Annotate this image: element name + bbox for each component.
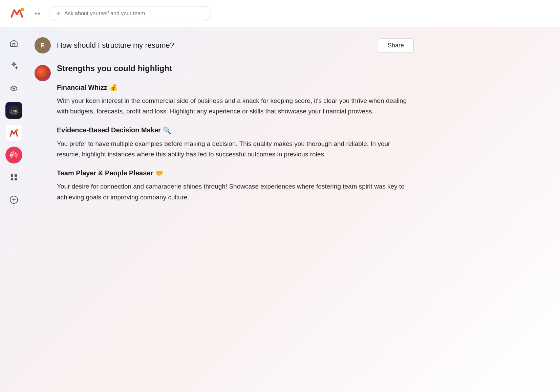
strength-section-2: Evidence-Based Decision Maker 🔍 You pref… <box>57 126 414 160</box>
app-logo <box>8 4 26 23</box>
question-row: E How should I structure my resume? Shar… <box>35 37 414 53</box>
sidebar-item-apps[interactable] <box>4 168 23 187</box>
search-input[interactable] <box>64 10 204 17</box>
response-content: Strengths you could highlight Financial … <box>57 64 414 212</box>
sidebar-item-home[interactable] <box>4 34 23 53</box>
sidebar-item-add[interactable] <box>4 190 23 209</box>
response-row: Strengths you could highlight Financial … <box>35 64 414 212</box>
strength-section-3: Team Player & People Pleaser 🤝 Your desi… <box>57 169 414 202</box>
svg-rect-7 <box>15 174 17 177</box>
strength-section-1: Financial Whizz 💰 With your keen interes… <box>57 83 414 117</box>
main-content: THE GROWING TEAM <box>0 27 560 392</box>
strength-desc-1: With your keen interest in the commercia… <box>57 95 414 117</box>
svg-text:TEAM: TEAM <box>11 113 17 115</box>
svg-rect-6 <box>11 174 13 177</box>
strength-title-2: Evidence-Based Decision Maker 🔍 <box>57 126 414 134</box>
strength-emoji-2: 🔍 <box>163 126 171 134</box>
question-text: How should I structure my resume? <box>57 41 174 50</box>
expand-sidebar-button[interactable]: ↦ <box>31 7 43 20</box>
expand-icon: ↦ <box>35 9 40 18</box>
search-bar[interactable]: ✦ <box>49 6 211 21</box>
response-title: Strengths you could highlight <box>57 64 414 73</box>
strength-desc-3: Your desire for connection and camarader… <box>57 181 414 202</box>
strength-title-1: Financial Whizz 💰 <box>57 83 414 91</box>
user-initial: E <box>41 42 45 49</box>
user-avatar: E <box>35 37 51 53</box>
sidebar: THE GROWING TEAM <box>0 27 28 392</box>
svg-point-5 <box>16 129 19 131</box>
sidebar-item-deals[interactable] <box>4 79 23 97</box>
app-header: ↦ ✦ <box>0 0 560 27</box>
sidebar-item-growing-team[interactable]: THE GROWING TEAM <box>4 101 23 120</box>
chat-content: E How should I structure my resume? Shar… <box>28 27 434 392</box>
question-left: E How should I structure my resume? <box>35 37 174 53</box>
svg-point-0 <box>21 8 24 11</box>
strength-title-3: Team Player & People Pleaser 🤝 <box>57 169 414 177</box>
sidebar-item-ai[interactable] <box>4 56 23 75</box>
sidebar-item-m-app[interactable] <box>4 123 23 142</box>
ai-avatar <box>35 65 51 81</box>
svg-rect-9 <box>15 178 17 180</box>
strength-emoji-3: 🤝 <box>155 169 164 177</box>
strength-emoji-1: 💰 <box>109 83 118 91</box>
strength-desc-2: You prefer to have multiple examples bef… <box>57 138 414 160</box>
sparkle-icon: ✦ <box>56 10 61 17</box>
share-button[interactable]: Share <box>378 38 414 53</box>
svg-rect-8 <box>11 178 13 180</box>
sidebar-item-fingerprint[interactable] <box>4 146 23 165</box>
